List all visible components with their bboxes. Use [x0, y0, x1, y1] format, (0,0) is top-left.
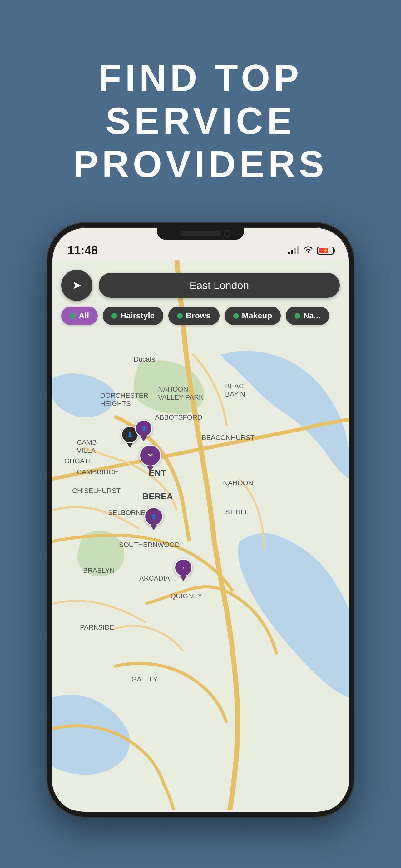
volume-up-button[interactable]: [47, 303, 49, 331]
filter-tab-makeup[interactable]: Makeup: [225, 307, 281, 325]
signal-icon: [288, 247, 299, 254]
filter-tab-hairstyle[interactable]: Hairstyle: [103, 307, 163, 325]
phone-camera: [224, 230, 231, 237]
location-button[interactable]: ➤: [61, 270, 93, 301]
map-background: [52, 260, 349, 810]
filter-dot-makeup: [233, 313, 239, 319]
map-pin-3[interactable]: ✂: [139, 445, 161, 471]
status-time: 11:48: [67, 244, 98, 257]
filter-dot-brows: [177, 313, 183, 319]
filter-dot-na: [295, 313, 300, 319]
location-arrow-icon: ➤: [72, 279, 81, 292]
phone-notch: [157, 227, 244, 240]
filter-dot-hairstyle: [111, 313, 117, 319]
filter-tab-all[interactable]: All: [61, 307, 98, 325]
search-bar[interactable]: East London: [99, 273, 340, 298]
map-screen: DORCHESTERHEIGHTS NAHOONVALLEY PARK BEAC…: [52, 260, 349, 810]
wifi-icon: [303, 245, 313, 256]
map-pin-2[interactable]: 👤: [135, 420, 153, 441]
hero-section: FIND TOP SERVICE PROVIDERS: [0, 0, 401, 204]
phone-wrapper: 11:48: [0, 204, 401, 817]
filter-tab-na[interactable]: Na...: [286, 307, 329, 325]
search-bar-container: ➤ East London: [61, 270, 340, 301]
filter-tabs: All Hairstyle Brows Makeup Na...: [61, 307, 349, 325]
hero-title: FIND TOP SERVICE PROVIDERS: [25, 56, 376, 186]
power-button[interactable]: [352, 321, 354, 362]
phone-frame: 11:48: [47, 223, 354, 817]
battery-bolt: ⚡: [322, 247, 329, 253]
map-pin-5[interactable]: ♪: [174, 559, 192, 581]
phone-speaker: [180, 230, 221, 236]
filter-tab-brows[interactable]: Brows: [168, 307, 219, 325]
battery-icon: ⚡: [317, 247, 334, 255]
filter-dot-all: [70, 313, 75, 319]
status-icons: ⚡: [288, 245, 334, 256]
search-bar-text: East London: [190, 279, 249, 291]
volume-down-button[interactable]: [47, 340, 49, 368]
map-pin-4[interactable]: 👤: [144, 507, 163, 530]
